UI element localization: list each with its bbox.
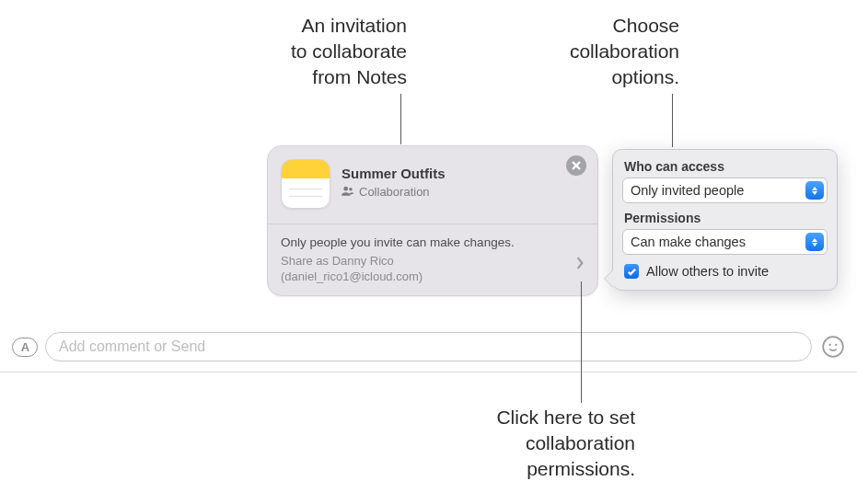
collaboration-subtitle: Collaboration xyxy=(342,185,585,199)
access-value: Only invited people xyxy=(631,183,744,198)
collaboration-options-popover: Who can access Only invited people Permi… xyxy=(612,149,838,291)
stepper-icon xyxy=(805,233,824,251)
leader-invite xyxy=(400,94,401,144)
svg-point-3 xyxy=(343,186,348,190)
invitation-card: Summer Outfits Collaboration Only people… xyxy=(267,145,598,296)
share-as-line1: Share as Danny Rico xyxy=(281,254,394,268)
compose-input[interactable]: Add comment or Send xyxy=(45,332,812,361)
permissions-label: Permissions xyxy=(622,209,828,229)
notes-app-icon xyxy=(281,159,330,209)
people-icon xyxy=(342,186,354,199)
note-title: Summer Outfits xyxy=(342,165,585,183)
svg-point-1 xyxy=(829,344,831,346)
leader-permissions xyxy=(581,281,582,403)
share-options-row[interactable]: Share as Danny Rico (daniel_rico1@icloud… xyxy=(281,253,585,284)
compose-placeholder: Add comment or Send xyxy=(59,338,205,355)
leader-options xyxy=(672,94,673,147)
svg-point-4 xyxy=(349,188,353,191)
allow-others-label: Allow others to invite xyxy=(646,264,769,279)
apps-icon[interactable]: A xyxy=(12,338,38,357)
allow-others-checkbox[interactable] xyxy=(624,264,639,279)
compose-row: A Add comment or Send xyxy=(12,331,845,362)
divider xyxy=(0,372,857,372)
callout-invite: An invitationto collaboratefrom Notes xyxy=(267,13,407,90)
emoji-icon[interactable] xyxy=(821,335,845,359)
callout-permissions: Click here to setcollaborationpermission… xyxy=(451,405,635,482)
who-can-access-label: Who can access xyxy=(622,157,828,178)
who-can-access-select[interactable]: Only invited people xyxy=(622,178,828,203)
chevron-right-icon xyxy=(575,257,585,269)
close-button[interactable] xyxy=(566,155,586,176)
svg-point-0 xyxy=(823,337,843,357)
share-as-line2: (daniel_rico1@icloud.com) xyxy=(281,269,423,283)
stepper-icon xyxy=(805,181,824,200)
permissions-select[interactable]: Can make changes xyxy=(622,229,828,255)
permissions-value: Can make changes xyxy=(631,235,746,249)
collaboration-label: Collaboration xyxy=(359,185,430,199)
card-divider xyxy=(268,223,597,224)
callout-options: Choosecollaborationoptions. xyxy=(550,13,679,90)
invite-info-text: Only people you invite can make changes. xyxy=(281,234,585,251)
allow-others-row[interactable]: Allow others to invite xyxy=(622,260,828,281)
svg-point-2 xyxy=(835,344,837,346)
